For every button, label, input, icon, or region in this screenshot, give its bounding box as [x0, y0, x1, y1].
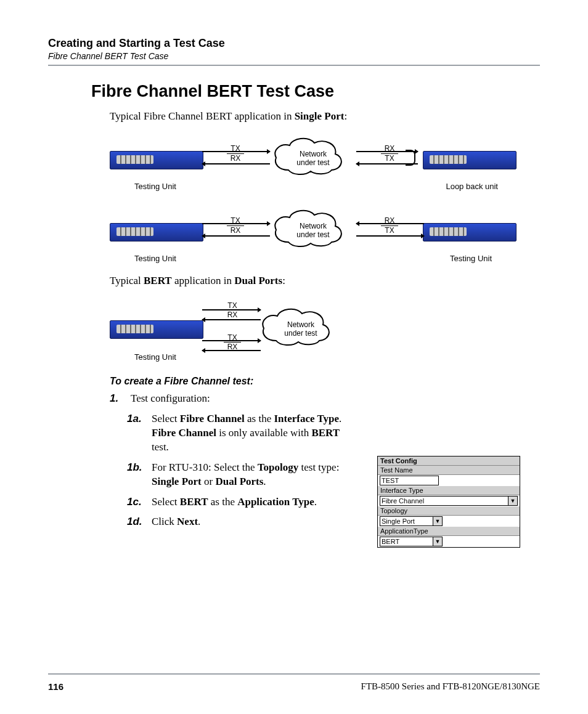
device-right-icon	[423, 223, 517, 241]
tx-label: TX	[385, 226, 394, 235]
caption: Testing Unit	[134, 352, 176, 362]
t: Click	[152, 516, 177, 527]
test-name-label: Test Name	[378, 466, 520, 475]
b: Fibre Channel	[152, 427, 216, 439]
rx-label: RX	[231, 226, 241, 235]
step-text: Test configuration:	[131, 392, 210, 406]
t: .	[263, 476, 266, 487]
tx-label: TX	[385, 154, 394, 163]
signal-labels-bottom: TXRX	[224, 334, 241, 351]
test-config-panel: Test Config Test Name TEST Interface Typ…	[377, 456, 520, 548]
step-text: Click Next.	[152, 515, 349, 529]
chevron-down-icon[interactable]: ▼	[433, 517, 442, 525]
b: BERT	[311, 427, 340, 439]
interface-type-label: Interface Type	[378, 486, 520, 495]
diagram-dual-ports: Networkunder test TXRX TXRX Testing Unit	[110, 296, 344, 363]
t: as the	[245, 413, 274, 424]
device-icon	[110, 320, 203, 339]
text: application in	[172, 275, 235, 286]
footer-rule	[48, 673, 540, 675]
diagram-single-port-pair: Networkunder test TXRX RXTX Testing Unit…	[110, 203, 517, 268]
wire-arrow-icon	[202, 223, 270, 224]
caption-left: Testing Unit	[134, 254, 176, 263]
text-bold: Dual Ports	[234, 275, 282, 286]
wire-arrow-icon	[202, 151, 270, 152]
text: Typical Fibre Channel BERT application i…	[110, 110, 295, 122]
step-text: Select BERT as the Application Type.	[152, 495, 349, 509]
signal-labels-left: TXRX	[227, 217, 244, 234]
wire-arrow-icon	[356, 223, 424, 224]
caption-left: Testing Unit	[134, 182, 176, 191]
cloud-text-2: under test	[296, 230, 329, 239]
t: test.	[152, 441, 169, 453]
chevron-down-icon[interactable]: ▼	[508, 497, 517, 505]
t: or	[202, 476, 216, 487]
t: Select	[152, 496, 180, 508]
t: .	[339, 413, 341, 424]
panel-title: Test Config	[378, 456, 520, 466]
step-1: 1. Test configuration:	[110, 392, 540, 406]
b: Interface Type	[274, 413, 340, 424]
wire-arrow-icon	[356, 235, 424, 237]
b: Dual Ports	[215, 476, 263, 487]
step-1a: 1a. Select Fibre Channel as the Interfac…	[127, 412, 540, 455]
cloud-text-2: under test	[284, 329, 317, 338]
step-text: For RTU-310: Select the Topology test ty…	[152, 461, 349, 489]
b: Topology	[258, 461, 298, 473]
application-type-select[interactable]: BERT ▼	[380, 537, 443, 546]
wire-arrow-icon	[202, 350, 261, 351]
select-value: BERT	[380, 537, 433, 546]
cloud-icon: Networkunder test	[270, 208, 356, 254]
b: Single Port	[152, 476, 202, 487]
t: as the	[208, 496, 238, 508]
wire-arrow-icon	[202, 319, 261, 320]
signal-labels-right: RXTX	[381, 145, 398, 162]
page-number: 116	[48, 681, 63, 692]
application-type-label: ApplicationType	[378, 527, 520, 536]
header-rule	[48, 65, 540, 66]
step-number: 1c.	[127, 495, 152, 509]
cloud-icon: Networkunder test	[270, 136, 356, 182]
t: Select	[152, 413, 180, 424]
step-number: 1.	[110, 392, 131, 406]
caption-right: Loop back unit	[446, 182, 498, 191]
cloud-text-1: Network	[300, 150, 327, 158]
chevron-down-icon[interactable]: ▼	[433, 537, 442, 546]
page-footer: 116 FTB-8500 Series and FTB-8120NGE/8130…	[48, 681, 540, 692]
signal-labels-left: TXRX	[227, 145, 244, 162]
topology-select[interactable]: Single Port ▼	[380, 516, 443, 526]
diagram-single-port-loopback: Networkunder test TXRX RXTX Testing Unit…	[110, 131, 517, 196]
device-left-icon	[110, 223, 203, 241]
running-header-section: Fibre Channel BERT Test Case	[48, 51, 540, 61]
rx-label: RX	[231, 154, 241, 163]
t: is only available with	[216, 427, 311, 439]
intro-dual-ports: Typical BERT application in Dual Ports:	[110, 274, 540, 288]
wire-arrow-icon	[202, 163, 270, 164]
procedure-heading: To create a Fibre Channel test:	[110, 376, 540, 387]
cloud-text-1: Network	[300, 222, 327, 230]
signal-labels-top: TXRX	[224, 302, 241, 319]
tx-label: TX	[227, 301, 237, 310]
document-page: Creating and Starting a Test Case Fibre …	[0, 0, 588, 714]
b: Fibre Channel	[180, 413, 245, 424]
b: BERT	[180, 496, 208, 508]
wire-arrow-icon	[202, 340, 261, 341]
cloud-text-2: under test	[296, 158, 329, 167]
step-text: Select Fibre Channel as the Interface Ty…	[152, 412, 349, 455]
b: Next	[177, 516, 198, 527]
interface-type-select[interactable]: Fibre Channel ▼	[380, 496, 518, 506]
b: Application Type	[237, 496, 314, 508]
test-name-input[interactable]: TEST	[380, 476, 439, 485]
wire-arrow-icon	[202, 309, 261, 310]
topology-label: Topology	[378, 506, 520, 516]
t: For RTU-310: Select the	[152, 461, 258, 473]
device-right-icon	[423, 151, 517, 169]
wire-arrow-icon	[202, 235, 270, 237]
page-title: Fibre Channel BERT Test Case	[91, 82, 540, 101]
caption-right: Testing Unit	[450, 254, 492, 263]
text: :	[282, 275, 285, 286]
step-number: 1b.	[127, 461, 152, 489]
text: Typical	[110, 275, 144, 286]
running-header-chapter: Creating and Starting a Test Case	[48, 37, 540, 50]
text: :	[344, 110, 347, 122]
